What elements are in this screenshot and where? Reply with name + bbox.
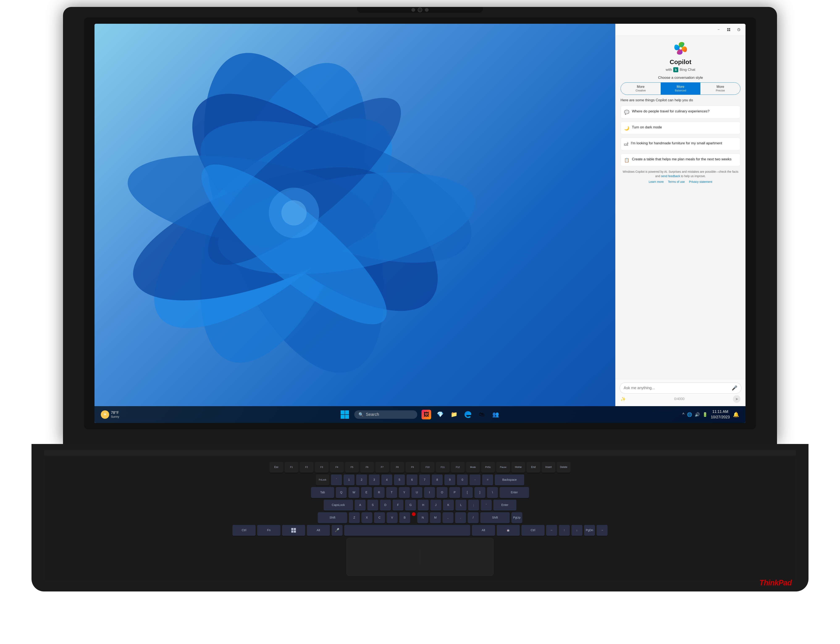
taskbar-store-icon[interactable]: 🛍 xyxy=(477,410,486,419)
key-f8[interactable]: F8 xyxy=(391,462,404,473)
suggestion-culinary[interactable]: 💬 Where do people travel for culinary ex… xyxy=(621,106,740,118)
key-f12[interactable]: F12 xyxy=(451,462,465,473)
key-capslock[interactable]: CapsLock xyxy=(324,499,353,511)
style-btn-balanced[interactable]: More Balanced xyxy=(661,82,701,95)
key-8[interactable]: 8 xyxy=(432,475,443,485)
clock[interactable]: 11:11 AM 10/27/2023 xyxy=(711,409,730,420)
style-btn-creative[interactable]: More Creative xyxy=(621,82,661,95)
learn-more-link[interactable]: Learn more xyxy=(649,180,664,184)
key-f1[interactable]: F1 xyxy=(285,462,298,473)
key-insert[interactable]: Insert xyxy=(542,462,555,473)
key-home[interactable]: Home xyxy=(512,462,525,473)
key-b[interactable]: B xyxy=(399,512,410,523)
key-4[interactable]: 4 xyxy=(382,475,392,485)
chevron-up-icon[interactable]: ^ xyxy=(683,412,684,417)
windows-start-button[interactable] xyxy=(340,409,350,420)
key-quote[interactable]: ' xyxy=(481,499,491,511)
key-pgup[interactable]: PgUp xyxy=(511,512,522,523)
key-prtsc[interactable]: PrtSc xyxy=(481,462,495,473)
key-2[interactable]: 2 xyxy=(356,475,367,485)
taskbar-files-icon[interactable]: 📁 xyxy=(449,410,459,419)
microphone-button[interactable]: 🎤 xyxy=(732,385,737,391)
key-backtick[interactable]: ` xyxy=(331,475,342,485)
key-semicolon[interactable]: ; xyxy=(468,499,479,511)
key-f4[interactable]: F4 xyxy=(330,462,344,473)
send-button[interactable]: ➤ xyxy=(733,395,740,403)
key-enter[interactable]: Enter xyxy=(499,487,529,498)
key-1[interactable]: 1 xyxy=(344,475,354,485)
network-icon[interactable]: 🌐 xyxy=(687,412,692,417)
key-enter-2[interactable]: Enter xyxy=(493,499,516,511)
key-u[interactable]: U xyxy=(411,487,422,498)
key-pause[interactable]: Pause xyxy=(496,462,510,473)
key-f7[interactable]: F7 xyxy=(375,462,389,473)
key-o[interactable]: O xyxy=(437,487,447,498)
key-alt-right[interactable]: Alt xyxy=(472,525,495,536)
key-5[interactable]: 5 xyxy=(394,475,405,485)
key-7[interactable]: 7 xyxy=(419,475,430,485)
key-y[interactable]: Y xyxy=(399,487,410,498)
key-end[interactable]: End xyxy=(527,462,540,473)
suggestion-meals[interactable]: 📋 Create a table that helps me plan meal… xyxy=(621,154,740,166)
key-arrow-up[interactable]: ↑ xyxy=(559,525,570,536)
key-f[interactable]: F xyxy=(393,499,403,511)
history-button[interactable] xyxy=(735,26,742,33)
key-w[interactable]: W xyxy=(349,487,359,498)
key-pgdown[interactable]: PgDn xyxy=(584,525,595,536)
key-f9[interactable]: F9 xyxy=(406,462,419,473)
key-equals[interactable]: = xyxy=(482,475,493,485)
key-period[interactable]: . xyxy=(455,512,466,523)
key-rbracket[interactable]: ] xyxy=(474,487,485,498)
taskbar-edge-icon[interactable] xyxy=(463,410,473,419)
key-q[interactable]: Q xyxy=(336,487,347,498)
key-minus[interactable]: - xyxy=(470,475,480,485)
key-alt-left[interactable]: Alt xyxy=(307,525,330,536)
key-fnlock[interactable]: FnLock xyxy=(316,475,329,485)
key-9[interactable]: 9 xyxy=(444,475,455,485)
key-e[interactable]: E xyxy=(361,487,372,498)
grid-view-button[interactable] xyxy=(725,26,732,33)
sparkle-button[interactable]: ✨ xyxy=(621,396,626,401)
key-l[interactable]: L xyxy=(455,499,467,511)
key-arrow-right[interactable]: → xyxy=(597,525,607,536)
key-copilot[interactable]: 🤖 xyxy=(497,525,520,536)
key-f3[interactable]: F3 xyxy=(315,462,328,473)
minimize-button[interactable]: − xyxy=(715,26,722,33)
key-windows[interactable] xyxy=(282,525,305,536)
key-i[interactable]: I xyxy=(424,487,435,498)
key-f5[interactable]: F5 xyxy=(345,462,359,473)
key-m[interactable]: M xyxy=(430,512,441,523)
key-3[interactable]: 3 xyxy=(369,475,380,485)
privacy-statement-link[interactable]: Privacy statement xyxy=(689,180,712,184)
key-mode[interactable]: Mode xyxy=(466,462,480,473)
key-a[interactable]: A xyxy=(355,499,366,511)
key-v[interactable]: V xyxy=(386,512,398,523)
chat-input-field[interactable] xyxy=(624,386,730,390)
key-c[interactable]: C xyxy=(374,512,385,523)
key-z[interactable]: Z xyxy=(349,512,360,523)
key-ctrl-left[interactable]: Ctrl xyxy=(233,525,255,536)
key-shift-left[interactable]: Shift xyxy=(318,512,347,523)
send-feedback-link[interactable]: send feedback xyxy=(661,174,680,178)
key-6[interactable]: 6 xyxy=(406,475,418,485)
trackpad[interactable] xyxy=(347,538,493,576)
key-arrow-left[interactable]: ← xyxy=(546,525,557,536)
key-f2[interactable]: F2 xyxy=(300,462,313,473)
key-d[interactable]: D xyxy=(380,499,391,511)
key-h[interactable]: H xyxy=(418,499,429,511)
key-backspace[interactable]: Backspace xyxy=(495,475,524,485)
weather-widget[interactable]: ☀ 78°F Sunny xyxy=(101,410,119,419)
suggestion-furniture[interactable]: 🛋 I'm looking for handmade furniture for… xyxy=(621,138,740,150)
key-j[interactable]: J xyxy=(430,499,441,511)
key-space[interactable] xyxy=(344,525,470,536)
key-k[interactable]: K xyxy=(443,499,454,511)
key-p[interactable]: P xyxy=(449,487,460,498)
key-backslash[interactable]: \ xyxy=(487,487,498,498)
taskbar-photos-icon[interactable]: 🖼 xyxy=(421,410,431,419)
speaker-icon[interactable]: 🔊 xyxy=(695,412,700,417)
key-0[interactable]: 0 xyxy=(457,475,468,485)
notification-icon[interactable]: 🔔 xyxy=(733,412,739,417)
key-f6[interactable]: F6 xyxy=(360,462,374,473)
key-arrow-down[interactable]: ↓ xyxy=(571,525,582,536)
terms-of-use-link[interactable]: Terms of use xyxy=(668,180,685,184)
